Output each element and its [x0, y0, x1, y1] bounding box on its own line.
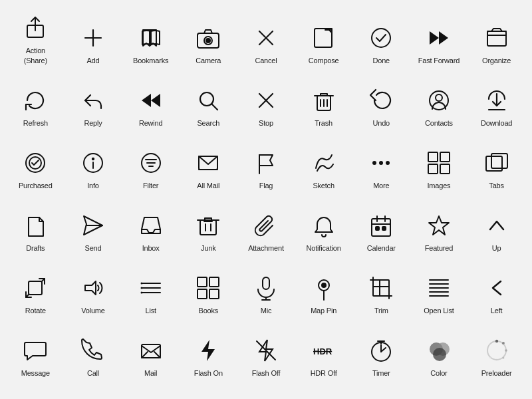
contacts-cell[interactable]: Contacts: [413, 69, 465, 129]
filter-icon: [136, 148, 166, 178]
rewind-icon: [136, 85, 166, 116]
sketch-label: Sketch: [313, 181, 334, 190]
sketch-cell[interactable]: Sketch: [298, 132, 350, 192]
undo-cell[interactable]: Undo: [355, 69, 407, 129]
svg-marker-18: [142, 94, 151, 107]
undo-label: Undo: [373, 118, 390, 128]
color-cell[interactable]: Color: [413, 319, 465, 379]
done-icon: [366, 23, 396, 53]
open-list-cell[interactable]: Open List: [413, 257, 465, 317]
svg-line-99: [154, 352, 160, 358]
fast-forward-icon: [424, 23, 454, 53]
svg-rect-85: [373, 280, 389, 296]
svg-rect-10: [315, 29, 332, 47]
attachment-label: Attachment: [248, 243, 284, 253]
trash-cell[interactable]: Trash: [298, 69, 350, 129]
featured-label: Featured: [425, 243, 453, 253]
compose-label: Compose: [309, 56, 339, 65]
featured-icon: [424, 210, 454, 241]
more-cell[interactable]: More: [355, 132, 407, 192]
hdr-off-cell[interactable]: HDR HDR Off: [298, 319, 350, 379]
list-cell[interactable]: List: [125, 257, 177, 317]
send-cell[interactable]: Send: [67, 194, 119, 254]
compose-cell[interactable]: Compose: [298, 7, 350, 66]
images-cell[interactable]: Images: [413, 132, 465, 192]
rotate-label: Rotate: [25, 306, 46, 315]
featured-cell[interactable]: Featured: [413, 194, 465, 254]
open-list-icon: [424, 273, 454, 303]
download-label: Download: [481, 118, 512, 128]
mic-label: Mic: [261, 306, 272, 315]
flash-on-label: Flash On: [194, 368, 223, 378]
refresh-cell[interactable]: Refresh: [9, 69, 61, 129]
all-mail-icon: [193, 148, 223, 178]
attachment-icon: [251, 210, 281, 241]
call-icon: [78, 335, 108, 366]
camera-cell[interactable]: Camera: [182, 7, 234, 66]
bookmarks-cell[interactable]: Bookmarks: [125, 7, 177, 66]
action-share-cell[interactable]: Action(Share): [9, 7, 61, 66]
books-label: Books: [199, 306, 219, 315]
fast-forward-cell[interactable]: Fast Forward: [413, 7, 465, 66]
filter-cell[interactable]: Filter: [125, 132, 177, 192]
trim-cell[interactable]: Trim: [355, 257, 407, 317]
svg-rect-60: [372, 219, 390, 236]
done-label: Done: [373, 56, 390, 65]
mic-icon: [251, 273, 281, 303]
reply-cell[interactable]: Reply: [67, 69, 119, 129]
call-cell[interactable]: Call: [67, 319, 119, 379]
books-cell[interactable]: Books: [182, 257, 234, 317]
flash-on-cell[interactable]: Flash On: [182, 319, 234, 379]
drafts-cell[interactable]: Drafts: [9, 194, 61, 254]
icon-row-3: Purchased Info Filter: [7, 132, 525, 192]
add-icon: [78, 23, 108, 53]
junk-cell[interactable]: Junk: [182, 194, 234, 254]
rewind-cell[interactable]: Rewind: [125, 69, 177, 129]
svg-point-36: [92, 158, 94, 160]
mic-cell[interactable]: Mic: [240, 257, 292, 317]
message-cell[interactable]: Message: [9, 319, 61, 379]
icon-row-6: Message Call Mail: [7, 319, 525, 379]
svg-marker-15: [439, 31, 448, 45]
download-cell[interactable]: Download: [471, 69, 523, 129]
search-cell[interactable]: Search: [182, 69, 234, 129]
up-cell[interactable]: Up: [471, 194, 523, 254]
contacts-icon: [424, 85, 454, 116]
volume-cell[interactable]: Volume: [67, 257, 119, 317]
attachment-cell[interactable]: Attachment: [240, 194, 292, 254]
svg-point-113: [495, 340, 497, 342]
cancel-cell[interactable]: Cancel: [240, 7, 292, 66]
svg-point-117: [495, 359, 497, 360]
preloader-label: Preloader: [481, 368, 512, 378]
info-cell[interactable]: Info: [67, 132, 119, 192]
add-label: Add: [86, 56, 99, 65]
calendar-label: Calendar: [367, 243, 396, 253]
flag-cell[interactable]: Flag: [240, 132, 292, 192]
all-mail-cell[interactable]: All Mail: [182, 132, 234, 192]
notification-cell[interactable]: Notification: [298, 194, 350, 254]
rotate-cell[interactable]: Rotate: [9, 257, 61, 317]
send-icon: [78, 210, 108, 241]
map-pin-cell[interactable]: Map Pin: [298, 257, 350, 317]
svg-line-98: [142, 352, 148, 358]
svg-rect-48: [440, 152, 450, 162]
svg-rect-77: [198, 289, 207, 299]
stop-cell[interactable]: Stop: [240, 69, 292, 129]
flash-off-cell[interactable]: Flash Off: [240, 319, 292, 379]
done-cell[interactable]: Done: [355, 7, 407, 66]
left-cell[interactable]: Left: [471, 257, 523, 317]
info-icon: [78, 148, 108, 178]
calendar-cell[interactable]: Calendar: [355, 194, 407, 254]
svg-point-45: [379, 161, 383, 165]
add-cell[interactable]: Add: [67, 7, 119, 66]
inbox-cell[interactable]: Inbox: [125, 194, 177, 254]
svg-marker-14: [430, 31, 439, 45]
list-icon: [136, 273, 166, 303]
organize-cell[interactable]: Organize: [471, 7, 523, 66]
svg-point-114: [501, 342, 504, 344]
timer-cell[interactable]: Timer: [355, 319, 407, 379]
purchased-cell[interactable]: Purchased: [9, 132, 61, 192]
tabs-cell[interactable]: Tabs: [471, 132, 523, 192]
mail-cell[interactable]: Mail: [125, 319, 177, 379]
preloader-cell[interactable]: Preloader: [471, 319, 523, 379]
